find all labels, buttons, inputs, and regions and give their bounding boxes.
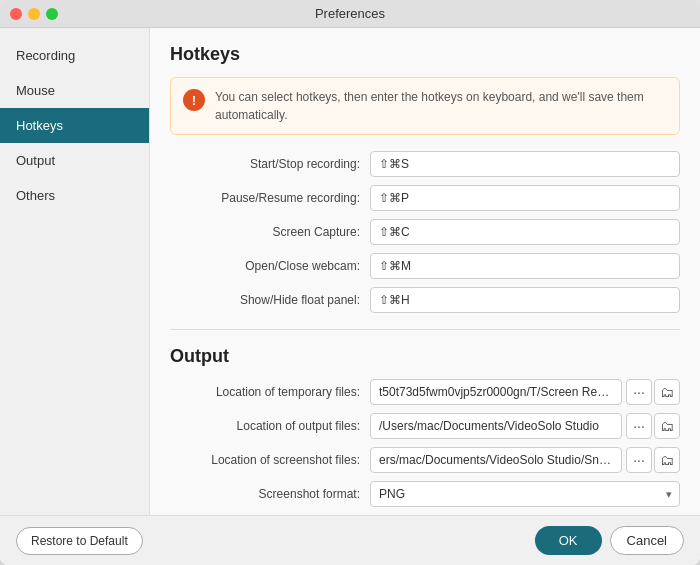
btn-group-files: ··· 🗂	[626, 413, 680, 439]
dots-button-temp[interactable]: ···	[626, 379, 652, 405]
restore-default-button[interactable]: Restore to Default	[16, 527, 143, 555]
output-label-files: Location of output files:	[170, 419, 370, 433]
section-divider	[170, 329, 680, 330]
btn-group-temp: ··· 🗂	[626, 379, 680, 405]
hotkey-label-float: Show/Hide float panel:	[170, 293, 370, 307]
dots-button-files[interactable]: ···	[626, 413, 652, 439]
hotkey-input-pause[interactable]	[370, 185, 680, 211]
hotkey-label-webcam: Open/Close webcam:	[170, 259, 370, 273]
output-row-screenshot-path: Location of screenshot files: ··· 🗂	[170, 447, 680, 473]
folder-button-temp[interactable]: 🗂	[654, 379, 680, 405]
sidebar-item-others[interactable]: Others	[0, 178, 149, 213]
sidebar-item-hotkeys[interactable]: Hotkeys	[0, 108, 149, 143]
main-content: Hotkeys ! You can select hotkeys, then e…	[150, 28, 700, 515]
preferences-window: Preferences Recording Mouse Hotkeys Outp…	[0, 0, 700, 565]
hotkey-row-capture: Screen Capture:	[170, 219, 680, 245]
hotkey-row-float: Show/Hide float panel:	[170, 287, 680, 313]
hotkeys-title: Hotkeys	[170, 44, 680, 65]
footer: Restore to Default OK Cancel	[0, 515, 700, 565]
output-title: Output	[170, 346, 680, 367]
btn-group-screenshot: ··· 🗂	[626, 447, 680, 473]
ok-button[interactable]: OK	[535, 526, 602, 555]
output-row-screenshot-format: Screenshot format: PNG JPG BMP ▾	[170, 481, 680, 507]
hotkey-input-startstop[interactable]	[370, 151, 680, 177]
content-area: Recording Mouse Hotkeys Output Others Ho…	[0, 28, 700, 515]
output-label-temp: Location of temporary files:	[170, 385, 370, 399]
select-screenshot-format[interactable]: PNG JPG BMP	[370, 481, 680, 507]
sidebar-item-recording[interactable]: Recording	[0, 38, 149, 73]
sidebar-item-output[interactable]: Output	[0, 143, 149, 178]
output-input-screenshot-path[interactable]	[370, 447, 622, 473]
info-icon: !	[183, 89, 205, 111]
output-row-temp: Location of temporary files: ··· 🗂	[170, 379, 680, 405]
output-row-files: Location of output files: ··· 🗂	[170, 413, 680, 439]
hotkey-row-pause: Pause/Resume recording:	[170, 185, 680, 211]
hotkey-input-float[interactable]	[370, 287, 680, 313]
minimize-button[interactable]	[28, 8, 40, 20]
hotkey-label-capture: Screen Capture:	[170, 225, 370, 239]
info-box: ! You can select hotkeys, then enter the…	[170, 77, 680, 135]
output-label-screenshot-format: Screenshot format:	[170, 487, 370, 501]
cancel-button[interactable]: Cancel	[610, 526, 684, 555]
footer-right-buttons: OK Cancel	[535, 526, 684, 555]
traffic-lights	[10, 8, 58, 20]
hotkey-label-startstop: Start/Stop recording:	[170, 157, 370, 171]
output-input-temp[interactable]	[370, 379, 622, 405]
select-wrapper-screenshot-format: PNG JPG BMP ▾	[370, 481, 680, 507]
output-input-files[interactable]	[370, 413, 622, 439]
hotkey-input-webcam[interactable]	[370, 253, 680, 279]
hotkey-input-capture[interactable]	[370, 219, 680, 245]
close-button[interactable]	[10, 8, 22, 20]
hotkey-label-pause: Pause/Resume recording:	[170, 191, 370, 205]
title-bar: Preferences	[0, 0, 700, 28]
sidebar-item-mouse[interactable]: Mouse	[0, 73, 149, 108]
hotkey-row-startstop: Start/Stop recording:	[170, 151, 680, 177]
dots-button-screenshot[interactable]: ···	[626, 447, 652, 473]
hotkey-row-webcam: Open/Close webcam:	[170, 253, 680, 279]
output-label-screenshot-path: Location of screenshot files:	[170, 453, 370, 467]
folder-button-files[interactable]: 🗂	[654, 413, 680, 439]
folder-button-screenshot[interactable]: 🗂	[654, 447, 680, 473]
maximize-button[interactable]	[46, 8, 58, 20]
sidebar: Recording Mouse Hotkeys Output Others	[0, 28, 150, 515]
window-title: Preferences	[315, 6, 385, 21]
info-text: You can select hotkeys, then enter the h…	[215, 88, 667, 124]
